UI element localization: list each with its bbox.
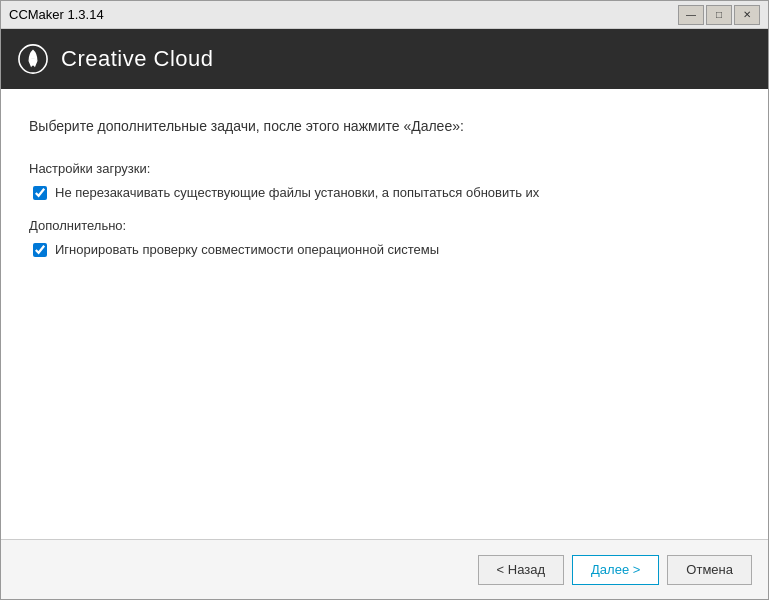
app-window: CCMaker 1.3.14 — □ ✕ Creative Cloud Выбе… bbox=[0, 0, 769, 600]
title-bar-controls: — □ ✕ bbox=[678, 5, 760, 25]
instruction-text: Выберите дополнительные задачи, после эт… bbox=[29, 117, 740, 137]
ignore-compat-label: Игнорировать проверку совместимости опер… bbox=[55, 241, 439, 259]
minimize-button[interactable]: — bbox=[678, 5, 704, 25]
additional-title: Дополнительно: bbox=[29, 218, 740, 233]
title-bar: CCMaker 1.3.14 — □ ✕ bbox=[1, 1, 768, 29]
maximize-icon: □ bbox=[716, 9, 722, 20]
checkbox-row-1: Не перезакачивать существующие файлы уст… bbox=[29, 184, 740, 202]
footer-bar: < Назад Далее > Отмена bbox=[1, 539, 768, 599]
back-button[interactable]: < Назад bbox=[478, 555, 564, 585]
close-icon: ✕ bbox=[743, 9, 751, 20]
close-button[interactable]: ✕ bbox=[734, 5, 760, 25]
app-title: CCMaker 1.3.14 bbox=[9, 7, 104, 22]
minimize-icon: — bbox=[686, 9, 696, 20]
header-title: Creative Cloud bbox=[61, 46, 214, 72]
maximize-button[interactable]: □ bbox=[706, 5, 732, 25]
no-redownload-checkbox[interactable] bbox=[33, 186, 47, 200]
cancel-button[interactable]: Отмена bbox=[667, 555, 752, 585]
download-settings-section: Настройки загрузки: Не перезакачивать су… bbox=[29, 161, 740, 202]
header-bar: Creative Cloud bbox=[1, 29, 768, 89]
checkbox-row-2: Игнорировать проверку совместимости опер… bbox=[29, 241, 740, 259]
title-bar-left: CCMaker 1.3.14 bbox=[9, 7, 104, 22]
content-area: Выберите дополнительные задачи, после эт… bbox=[1, 89, 768, 539]
next-button[interactable]: Далее > bbox=[572, 555, 659, 585]
no-redownload-label: Не перезакачивать существующие файлы уст… bbox=[55, 184, 539, 202]
download-settings-title: Настройки загрузки: bbox=[29, 161, 740, 176]
additional-section: Дополнительно: Игнорировать проверку сов… bbox=[29, 218, 740, 259]
ignore-compat-checkbox[interactable] bbox=[33, 243, 47, 257]
adobe-logo-icon bbox=[17, 43, 49, 75]
